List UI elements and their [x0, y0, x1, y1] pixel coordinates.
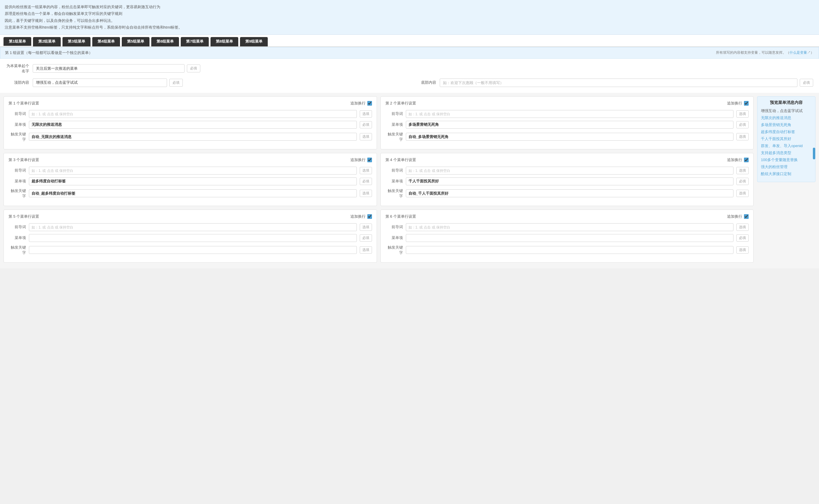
menu-card-4-item-row: 菜单项 必填 — [385, 177, 749, 185]
preview-panel: 预览菜单消息内容 增强互动，点击蓝字试试 无限次的推送消息 多场景营销无死角 超… — [757, 96, 815, 182]
menu-card-2-prefix-row: 前导词 选填 — [385, 110, 749, 118]
tab-group-2[interactable]: 第2组菜单 — [33, 37, 61, 46]
preview-item-1: 无限次的推送消息 — [761, 115, 812, 121]
menu-card-5-header: 第 5 个菜单行设置 追加换行 — [8, 214, 372, 219]
menu-card-3-checkbox[interactable] — [367, 158, 372, 162]
menu-card-1-add: 追加换行 — [350, 101, 372, 106]
menu-card-4-item-input[interactable] — [406, 177, 734, 185]
menu-card-1-item-input[interactable] — [29, 121, 357, 129]
bottom-content-badge: 必填 — [800, 79, 813, 87]
menu-card-2-item-input[interactable] — [406, 121, 734, 129]
menu-card-6-prefix-input[interactable] — [406, 223, 734, 231]
tab-group-8[interactable]: 第8组菜单 — [210, 37, 238, 46]
menu-card-4-prefix-input[interactable] — [406, 167, 734, 175]
menu-card-3-item-input[interactable] — [29, 177, 357, 185]
preview-item-5: 群发、单发、导入openid — [761, 143, 812, 149]
top-content-badge: 必填 — [169, 79, 183, 87]
menu-card-5-item-input[interactable] — [29, 234, 357, 242]
menu-card-4-prefix-row: 前导词 选填 — [385, 167, 749, 175]
menu-card-3-prefix-label: 前导词 — [8, 168, 26, 173]
menu-card-2-checkbox[interactable] — [744, 101, 749, 106]
menu-card-4-kw-badge: 选填 — [736, 190, 749, 197]
menu-card-5-prefix-input[interactable] — [29, 223, 357, 231]
bottom-content-input[interactable] — [440, 79, 798, 87]
tabs-bar: 第1组菜单 第2组菜单 第3组菜单 第4组菜单 第5组菜单 第6组菜单 第7组菜… — [0, 35, 819, 47]
menu-card-5-item-badge: 必填 — [360, 234, 372, 242]
tab-group-6[interactable]: 第6组菜单 — [151, 37, 179, 46]
menu-card-6-item-row: 菜单项 必填 — [385, 234, 749, 242]
menu-card-4-kw-label: 触发关键字 — [385, 188, 403, 199]
menu-card-4-item-badge: 必填 — [736, 178, 749, 185]
menu-card-1-prefix-input[interactable] — [29, 110, 357, 118]
main-content: 第 1 组设置（每一组都可以看做是一个独立的菜单） 所有填写的内容都支持变量，可… — [0, 47, 819, 268]
menu-card-3-kw-input[interactable] — [29, 189, 357, 197]
menu-card-6-item-input[interactable] — [406, 234, 734, 242]
menu-card-3-kw-row: 触发关键字 选填 — [8, 188, 372, 199]
menu-card-3: 第 3 个菜单行设置 追加换行 前导词 选填 菜单项 必填 — [4, 153, 377, 206]
menu-card-1-checkbox[interactable] — [367, 101, 372, 106]
menu-card-5-kw-row: 触发关键字 选填 — [8, 245, 372, 255]
menu-area: 第 1 个菜单行设置 追加换行 前导词 选填 菜单项 必填 — [0, 93, 819, 263]
preview-title: 预览菜单消息内容 — [761, 100, 812, 105]
tab-group-1[interactable]: 第1组菜单 — [4, 37, 31, 46]
preview-item-6: 支持超多消息类型 — [761, 150, 812, 156]
menu-card-2-title: 第 2 个菜单行设置 — [385, 101, 416, 106]
menu-card-6-item-badge: 必填 — [736, 234, 749, 242]
menu-card-1-header: 第 1 个菜单行设置 追加换行 — [8, 101, 372, 106]
content-row: 顶部内容 必填 底部内容 必填 — [6, 79, 813, 87]
menu-card-1-item-label: 菜单项 — [8, 122, 26, 127]
menu-card-3-item-badge: 必填 — [360, 178, 372, 185]
menu-card-4: 第 4 个菜单行设置 追加换行 前导词 选填 菜单项 必填 — [380, 153, 754, 206]
menu-card-2-kw-input[interactable] — [406, 133, 734, 141]
name-input[interactable] — [33, 64, 184, 73]
menu-card-3-header: 第 3 个菜单行设置 追加换行 — [8, 157, 372, 163]
menu-card-1-item-row: 菜单项 必填 — [8, 121, 372, 129]
menu-card-3-add-label: 追加换行 — [350, 157, 365, 163]
menu-card-6-header: 第 6 个菜单行设置 追加换行 — [385, 214, 749, 219]
menu-card-3-prefix-badge: 选填 — [360, 167, 372, 174]
menu-card-5-item-row: 菜单项 必填 — [8, 234, 372, 242]
menu-card-1-kw-row: 触发关键字 选填 — [8, 132, 372, 142]
menu-card-3-prefix-input[interactable] — [29, 167, 357, 175]
menu-cards-grid: 第 1 个菜单行设置 追加换行 前导词 选填 菜单项 必填 — [4, 96, 754, 263]
menu-card-6-title: 第 6 个菜单行设置 — [385, 214, 416, 219]
section-header: 第 1 组设置（每一组都可以看做是一个独立的菜单） 所有填写的内容都支持变量，可… — [0, 47, 819, 59]
menu-card-5-checkbox[interactable] — [367, 214, 372, 219]
menu-card-3-kw-label: 触发关键字 — [8, 188, 26, 199]
menu-card-2-add-label: 追加换行 — [727, 101, 742, 106]
tab-group-5[interactable]: 第5组菜单 — [122, 37, 149, 46]
menu-card-4-header: 第 4 个菜单行设置 追加换行 — [385, 157, 749, 163]
info-line-2: 原理是粉丝每点击一个菜单，都会自动触发菜单文字对应的关键字规则 — [5, 10, 814, 17]
menu-card-6-checkbox[interactable] — [744, 214, 749, 219]
scrollbar-stub[interactable] — [813, 148, 815, 159]
name-required-badge: 必填 — [187, 64, 200, 72]
menu-card-4-add: 追加换行 — [727, 157, 749, 163]
tab-group-4[interactable]: 第4组菜单 — [92, 37, 120, 46]
menu-card-6-kw-input[interactable] — [406, 246, 734, 254]
variable-link[interactable]: 什么是变量 — [790, 50, 807, 55]
menu-card-5-item-label: 菜单项 — [8, 235, 26, 240]
menu-card-6-prefix-row: 前导词 选填 — [385, 223, 749, 231]
menu-card-6-add: 追加换行 — [727, 214, 749, 219]
preview-item-3: 超多纬度自动打标签 — [761, 129, 812, 135]
tab-group-7[interactable]: 第7组菜单 — [181, 37, 208, 46]
menu-card-4-checkbox[interactable] — [744, 158, 749, 162]
menu-card-6-kw-label: 触发关键字 — [385, 245, 403, 255]
tab-group-3[interactable]: 第3组菜单 — [62, 37, 90, 46]
menu-card-2-prefix-input[interactable] — [406, 110, 734, 118]
info-line-1: 提供向粉丝推送一组菜单的内容，粉丝点击菜单即可触发对应的关键词，更容易刺激互动行… — [5, 4, 814, 10]
menu-card-5-kw-input[interactable] — [29, 246, 357, 254]
menu-card-1-prefix-badge: 选填 — [360, 110, 372, 118]
menu-card-4-add-label: 追加换行 — [727, 157, 742, 163]
menu-card-4-kw-input[interactable] — [406, 189, 734, 197]
menu-card-1-prefix-label: 前导词 — [8, 111, 26, 116]
menu-card-2-prefix-label: 前导词 — [385, 111, 403, 116]
menu-card-1-item-badge: 必填 — [360, 121, 372, 128]
menu-card-1-kw-input[interactable] — [29, 133, 357, 141]
menu-card-2-kw-label: 触发关键字 — [385, 132, 403, 142]
menu-card-5-kw-label: 触发关键字 — [8, 245, 26, 255]
top-content-input[interactable] — [33, 79, 167, 87]
menu-card-2-kw-badge: 选填 — [736, 133, 749, 140]
tab-group-9[interactable]: 第9组菜单 — [240, 37, 268, 46]
info-line-4: 注意菜单不支持空格和html标签，只支持纯文字和标点符号，系统保存时会自动去掉所… — [5, 24, 814, 31]
